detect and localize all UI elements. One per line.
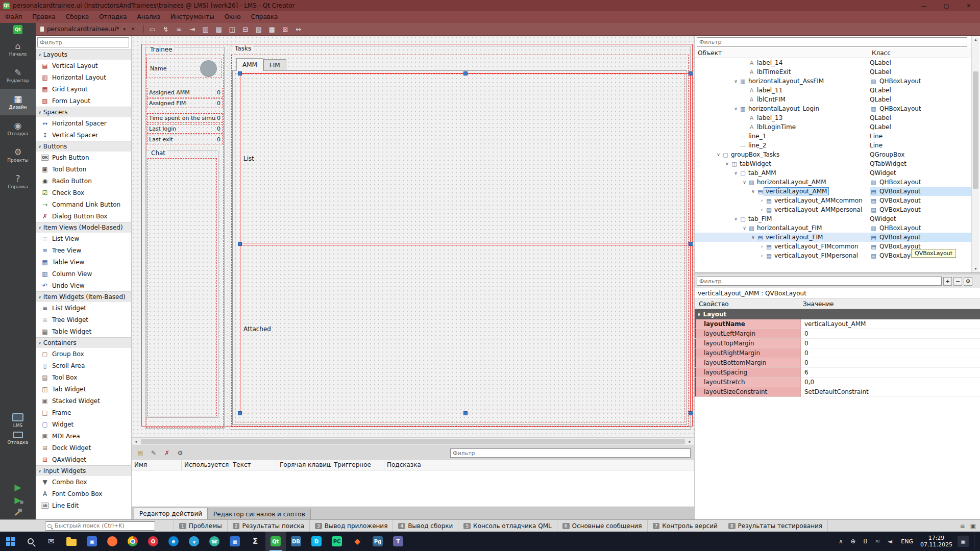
layout-vertical-icon[interactable]: ▤ [213,24,225,35]
resize-handle[interactable] [238,411,242,415]
property-row-layoutspacing[interactable]: layoutSpacing6 [695,368,980,378]
widgetbox-item-scroll-area[interactable]: ▯Scroll Area [36,360,131,371]
locator-input[interactable] [54,522,153,530]
chevron-down-icon[interactable]: ∨ [741,226,748,231]
maximize-button[interactable]: ▢ [935,0,958,11]
widgetbox-category-0[interactable]: ∨Layouts [36,49,131,60]
resize-handle[interactable] [689,71,693,76]
object-row-tab_amm[interactable]: ∨▢tab_AMMQWidget [695,168,971,178]
widgetbox-item-vertical-layout[interactable]: ▤Vertical Layout [36,60,131,71]
layout-grid-icon[interactable]: ▦ [266,24,278,35]
output-pane-5[interactable]: 5Консоль отладчика QML [458,520,557,532]
taskbar-opera-icon[interactable]: O [143,532,163,551]
chat-groupbox[interactable]: Chat [146,151,218,418]
property-row-layoutname[interactable]: layoutNameverticalLayout_AMM [695,319,980,329]
widgetbox-category-5[interactable]: ∨Containers [36,337,131,348]
taskbar-phone-link-icon[interactable]: ☎ [204,532,225,551]
chevron-down-icon[interactable]: ∨ [715,152,722,157]
kit-selector[interactable]: LMS Отладка [0,413,36,445]
widgetbox-item-table-widget[interactable]: ▦Table Widget [36,325,131,337]
remove-dynamic-property-button[interactable]: − [953,277,962,286]
locator-box[interactable] [45,521,155,531]
edit-buddies-icon[interactable]: ∞ [173,24,185,35]
chevron-down-icon[interactable]: ∨ [750,235,756,240]
widgetbox-item-grid-layout[interactable]: ▦Grid Layout [36,83,131,95]
widgetbox-item-horizontal-spacer[interactable]: ↔Horizontal Spacer [36,117,131,129]
chevron-down-icon[interactable]: ∨ [724,161,730,166]
mode-item-projects[interactable]: ⚙Проекты [0,142,36,168]
splitter-horizontal-icon[interactable]: ◫ [226,24,238,35]
taskbar-gitlab-icon[interactable]: ◆ [347,532,368,551]
form-field-0[interactable]: Assigned AMM0 [147,88,223,97]
mode-item-debug[interactable]: ◉Отладка [0,115,36,142]
object-row-lblcntfim[interactable]: AlblCntFIMQLabel [695,95,971,104]
mode-item-home[interactable]: ⌂Начало [0,36,36,62]
list-label[interactable]: List [243,155,254,162]
property-value[interactable]: SetDefaultConstraint [801,387,980,397]
taskbar-qt-creator-icon[interactable]: Qt [265,532,286,551]
scroll-right-icon[interactable]: ▸ [685,438,694,445]
tray-expand-icon[interactable]: ∧ [837,538,845,545]
taskbar-firefox-icon[interactable] [102,532,122,551]
object-row-tab_fim[interactable]: ∨▢tab_FIMQWidget [695,214,971,223]
action-column-4[interactable]: Триггерное [331,460,384,470]
resize-handle[interactable] [463,71,468,76]
output-pane-4[interactable]: 4Вывод сборки [393,520,458,532]
menu-item-2[interactable]: Сборка [61,11,94,23]
chevron-down-icon[interactable]: ▾ [122,27,128,32]
widgetbox-item-form-layout[interactable]: ▧Form Layout [36,95,131,107]
layout-form-icon[interactable]: ▧ [253,24,265,35]
widgetbox-item-dialog-button-box[interactable]: ✗Dialog Button Box [36,210,131,222]
action-column-0[interactable]: Имя [132,460,182,470]
menu-item-6[interactable]: Окно [219,11,246,23]
tray-network-icon[interactable]: ≈ [873,538,881,545]
amm-personal-layout[interactable]: Attached [240,245,691,413]
action-filter-input[interactable] [450,448,691,458]
tray-defender-icon[interactable]: ⊕ [849,538,857,545]
action-column-5[interactable]: Подсказка [384,460,694,470]
property-value[interactable]: 0 [801,329,980,339]
property-value[interactable]: 0,0 [801,378,980,387]
widgetbox-filter-input[interactable] [37,37,129,47]
object-row-tabwidget[interactable]: ∨◫tabWidgetQTabWidget [695,159,971,168]
taskbar-pycharm-icon[interactable]: PC [327,532,347,551]
widgetbox-item-dock-widget[interactable]: ⊞Dock Widget [36,442,131,454]
clock[interactable]: 17:29 07.11.2025 [920,535,952,548]
edit-widgets-icon[interactable]: ▭ [146,24,159,35]
widgetbox-category-4[interactable]: ∨Item Widgets (Item-Based) [36,291,131,302]
taskbar-explorer-icon[interactable] [61,532,82,551]
show-desktop-button[interactable] [974,532,976,551]
object-row-line_1[interactable]: —line_1Line [695,132,971,141]
action-column-2[interactable]: Текст [230,460,277,470]
edit-signals-icon[interactable]: ↯ [160,24,172,35]
menu-item-3[interactable]: Отладка [94,11,132,23]
widgetbox-category-6[interactable]: ∨Input Widgets [36,465,131,476]
adjust-size-icon[interactable]: ↔ [292,24,305,35]
configure-property-editor-icon[interactable]: ⚙ [964,277,972,286]
object-row-horizontallayout_fim[interactable]: ∨▥horizontalLayout_FIM▥QHBoxLayout [695,223,971,233]
property-value[interactable]: 6 [801,368,980,378]
output-pane-7[interactable]: 7Контроль версий [648,520,723,532]
form-field-1[interactable]: Assigned FIM0 [147,98,223,108]
edit-taborder-icon[interactable]: ⇥ [186,24,199,35]
action-table-body[interactable] [132,470,694,507]
language-indicator[interactable]: ENG [899,538,915,545]
widgetbox-item-tool-button[interactable]: ▣Tool Button [36,163,131,175]
edit-action-icon[interactable]: ✎ [148,448,159,458]
widgetbox-category-1[interactable]: ∨Spacers [36,107,131,117]
chevron-down-icon[interactable]: ∨ [732,216,739,221]
scroll-up-icon[interactable]: ▴ [972,36,979,43]
widgetbox-item-undo-view[interactable]: ↶Undo View [36,280,131,291]
object-row-line_2[interactable]: —line_2Line [695,141,971,150]
property-row-layoutleftmargin[interactable]: layoutLeftMargin0 [695,329,980,339]
taskbar-search-icon[interactable] [20,532,41,551]
property-row-layoutstretch[interactable]: layoutStretch0,0 [695,378,980,387]
debug-button[interactable]: ▶ [14,495,21,505]
property-row-layoutbottommargin[interactable]: layoutBottomMargin0 [695,358,980,368]
property-value[interactable]: 0 [801,348,980,358]
tab-amm[interactable]: AMM [236,58,263,71]
chevron-down-icon[interactable]: ∨ [732,79,739,84]
resize-handle[interactable] [238,242,242,246]
build-button[interactable] [13,508,22,516]
widgetbox-item-mdi-area[interactable]: ▣MDI Area [36,430,131,442]
